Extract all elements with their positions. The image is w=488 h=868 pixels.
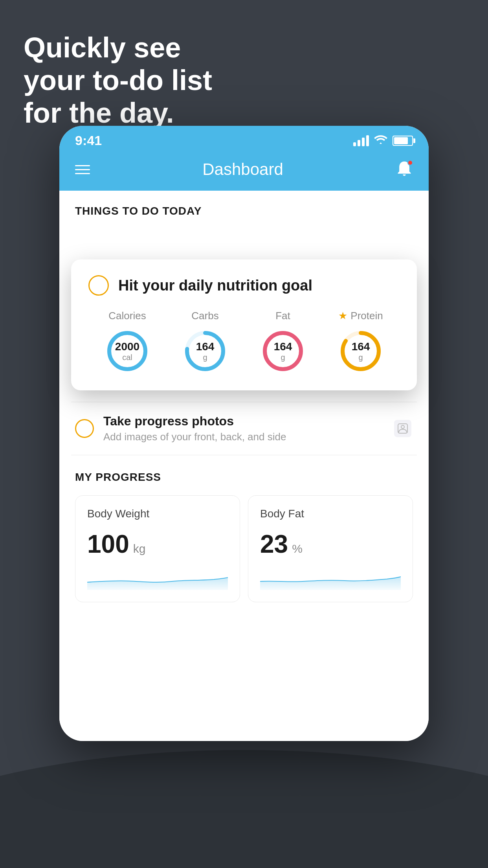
protein-value: 164 bbox=[352, 341, 370, 353]
hero-line3: for the day. bbox=[24, 97, 212, 129]
body-weight-unit: kg bbox=[133, 542, 146, 555]
hamburger-line-3 bbox=[75, 173, 90, 174]
protein-unit: g bbox=[352, 353, 370, 361]
status-bar: 9:41 bbox=[59, 126, 429, 152]
hero-text: Quickly see your to-do list for the day. bbox=[24, 31, 212, 129]
protein-label: ★ Protein bbox=[338, 310, 383, 322]
calories-donut: 2000 cal bbox=[104, 327, 151, 375]
calories-label: Calories bbox=[108, 310, 146, 322]
body-fat-card[interactable]: Body Fat 23 % bbox=[248, 495, 413, 602]
body-weight-card[interactable]: Body Weight 100 kg bbox=[75, 495, 240, 602]
progress-section: MY PROGRESS Body Weight 100 kg bbox=[59, 455, 429, 610]
body-weight-chart bbox=[87, 566, 228, 590]
body-fat-value: 23 bbox=[260, 530, 288, 559]
protein-label-text: Protein bbox=[350, 310, 383, 322]
calories-value: 2000 bbox=[115, 341, 139, 353]
signal-bar-3 bbox=[362, 138, 365, 146]
protein-star-icon: ★ bbox=[338, 310, 347, 322]
carbs-donut-label: 164 g bbox=[196, 341, 215, 362]
notification-dot bbox=[407, 160, 413, 166]
calories-unit: cal bbox=[115, 353, 139, 361]
hero-line2: your to-do list bbox=[24, 64, 212, 97]
body-weight-value-row: 100 kg bbox=[87, 530, 228, 559]
body-fat-value-row: 23 % bbox=[260, 530, 401, 559]
carbs-value: 164 bbox=[196, 341, 215, 353]
battery-icon bbox=[393, 136, 413, 146]
signal-bar-4 bbox=[366, 135, 369, 146]
hero-line1: Quickly see bbox=[24, 31, 212, 64]
person-icon bbox=[393, 418, 413, 439]
todo-text-photos: Take progress photos Add images of your … bbox=[103, 414, 393, 443]
wifi-icon bbox=[374, 134, 388, 147]
progress-cards-container: Body Weight 100 kg bbox=[75, 495, 413, 602]
status-icons bbox=[353, 134, 413, 147]
notification-bell-button[interactable] bbox=[396, 160, 413, 179]
todo-subtitle-photos: Add images of your front, back, and side bbox=[103, 431, 393, 443]
carbs-donut: 164 g bbox=[182, 327, 229, 375]
progress-section-header: MY PROGRESS bbox=[75, 471, 413, 484]
nutrition-goal-check[interactable] bbox=[88, 275, 109, 296]
hamburger-menu-button[interactable] bbox=[75, 165, 90, 174]
body-fat-title: Body Fat bbox=[260, 508, 401, 520]
hamburger-line-2 bbox=[75, 169, 90, 170]
todo-title-photos: Take progress photos bbox=[103, 414, 393, 428]
body-fat-unit: % bbox=[292, 542, 303, 555]
protein-donut: 164 g bbox=[337, 327, 384, 375]
nutrition-card-title: Hit your daily nutrition goal bbox=[118, 277, 312, 294]
app-header: Dashboard bbox=[59, 152, 429, 191]
things-section-header: THINGS TO DO TODAY bbox=[59, 191, 429, 225]
nutrition-card: Hit your daily nutrition goal Calories 2… bbox=[71, 259, 417, 390]
nutrition-item-protein: ★ Protein 164 g bbox=[337, 310, 384, 375]
nutrition-item-carbs: Carbs 164 g bbox=[182, 310, 229, 375]
body-weight-title: Body Weight bbox=[87, 508, 228, 520]
signal-bar-2 bbox=[358, 140, 360, 146]
fat-unit: g bbox=[274, 353, 292, 361]
todo-item-photos[interactable]: Take progress photos Add images of your … bbox=[71, 402, 417, 455]
protein-donut-label: 164 g bbox=[352, 341, 370, 362]
nutrition-items-row: Calories 2000 cal Carbs bbox=[88, 310, 400, 375]
fat-value: 164 bbox=[274, 341, 292, 353]
signal-bars-icon bbox=[353, 135, 369, 146]
calories-donut-label: 2000 cal bbox=[115, 341, 139, 362]
header-title: Dashboard bbox=[202, 160, 283, 179]
hamburger-line-1 bbox=[75, 165, 90, 166]
body-weight-value: 100 bbox=[87, 530, 129, 559]
body-fat-chart bbox=[260, 566, 401, 590]
fat-donut: 164 g bbox=[259, 327, 306, 375]
nutrition-item-fat: Fat 164 g bbox=[259, 310, 306, 375]
carbs-unit: g bbox=[196, 353, 215, 361]
nutrition-item-calories: Calories 2000 cal bbox=[104, 310, 151, 375]
carbs-label: Carbs bbox=[191, 310, 218, 322]
battery-fill bbox=[394, 137, 408, 144]
status-time: 9:41 bbox=[75, 133, 102, 148]
fat-donut-label: 164 g bbox=[274, 341, 292, 362]
nutrition-card-title-row: Hit your daily nutrition goal bbox=[88, 275, 400, 296]
signal-bar-1 bbox=[353, 142, 356, 146]
fat-label: Fat bbox=[275, 310, 290, 322]
phone-frame: 9:41 Da bbox=[59, 126, 429, 741]
todo-check-photos[interactable] bbox=[75, 419, 94, 438]
